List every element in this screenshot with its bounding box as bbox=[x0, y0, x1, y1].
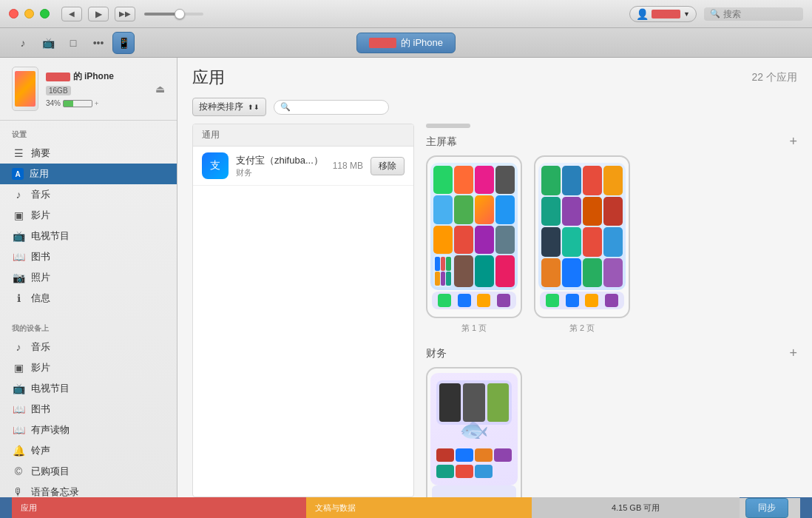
sidebar-item-summary[interactable]: ☰ 摘要 bbox=[0, 143, 177, 164]
sidebar-item-books[interactable]: 📖 图书 bbox=[0, 246, 177, 267]
statusbar-sync-area: 同步 bbox=[740, 498, 800, 518]
apps-icon: A bbox=[12, 168, 24, 180]
charging-icon: + bbox=[95, 100, 98, 107]
phone-app-icon bbox=[475, 255, 494, 287]
sort-select[interactable]: 按种类排序 ⬆⬇ bbox=[192, 98, 266, 116]
folder-section-finance: 财务 + 🐟 bbox=[426, 346, 797, 497]
phone-screen-page1: 第 1 页 bbox=[426, 155, 522, 334]
phone-app-icon bbox=[433, 166, 453, 194]
phone-app-icon bbox=[495, 226, 515, 254]
phone-frame-page2[interactable] bbox=[534, 155, 630, 318]
folder-inner: 🐟 bbox=[430, 373, 518, 485]
phone-frame-page1[interactable] bbox=[426, 155, 522, 318]
device-tab[interactable]: ●●●● 的 iPhone bbox=[356, 33, 456, 53]
dock-icon bbox=[497, 294, 510, 307]
add-folder-page-button[interactable]: + bbox=[789, 346, 797, 361]
device-voicememo-icon: 🎙 bbox=[12, 486, 25, 497]
statusbar-apps-label: 应用 bbox=[21, 502, 37, 514]
close-button[interactable] bbox=[9, 9, 18, 18]
sidebar-item-apps[interactable]: A 应用 bbox=[0, 164, 177, 184]
phone-app-icon bbox=[603, 166, 623, 195]
sidebar-item-device-voicememo[interactable]: 🎙 语音备忘录 bbox=[0, 482, 177, 497]
sidebar-item-device-movies[interactable]: ▣ 影片 bbox=[0, 357, 177, 378]
phone-app-icon bbox=[541, 227, 561, 257]
home-screen-title: 主屏幕 bbox=[426, 135, 457, 149]
tv-label: 电视节目 bbox=[31, 229, 70, 243]
info-icon: ℹ bbox=[12, 292, 25, 304]
traffic-lights bbox=[9, 9, 50, 18]
search-input[interactable] bbox=[723, 9, 797, 19]
phone-screen-folder: 🐟 bbox=[426, 367, 522, 497]
photos-label: 照片 bbox=[31, 271, 50, 284]
folder-finance-header: 财务 + bbox=[426, 346, 797, 361]
sidebar-item-device-tv[interactable]: 📺 电视节目 bbox=[0, 378, 177, 399]
battery-bar: 34% + bbox=[46, 99, 148, 107]
tab-music-icon[interactable]: ♪ bbox=[12, 32, 34, 54]
sidebar-item-device-ringtones[interactable]: 🔔 铃声 bbox=[0, 440, 177, 461]
phone-app-icon bbox=[562, 258, 581, 288]
phone-app-icon bbox=[583, 227, 602, 257]
maximize-button[interactable] bbox=[40, 9, 50, 18]
statusbar-free-label: 4.15 GB 可用 bbox=[612, 502, 660, 514]
add-page-button[interactable]: + bbox=[789, 134, 797, 149]
scroll-thumb[interactable] bbox=[426, 124, 470, 128]
sidebar-item-tv[interactable]: 📺 电视节目 bbox=[0, 226, 177, 246]
volume-slider[interactable] bbox=[144, 13, 203, 16]
eject-button[interactable]: ⏏ bbox=[155, 83, 165, 95]
battery-fill bbox=[64, 101, 73, 107]
apps-panels: 通用 支 支付宝（zhifuba...） 财务 118 MB 移除 bbox=[177, 124, 812, 497]
phone-app-icon bbox=[562, 197, 581, 226]
sidebar-settings-section: 设置 ☰ 摘要 A 应用 ♪ 音乐 ▣ 影片 📺 电视节目 📖 bbox=[0, 121, 177, 314]
phone-screen-inner-page2 bbox=[538, 163, 626, 290]
phone-app-icon bbox=[433, 226, 453, 254]
folder-app-icon bbox=[439, 383, 461, 422]
folder-grid bbox=[436, 380, 512, 425]
search-icon: 🔍 bbox=[710, 9, 720, 18]
sidebar-item-device-books[interactable]: 📖 图书 bbox=[0, 399, 177, 420]
remove-app-button[interactable]: 移除 bbox=[371, 157, 405, 175]
sidebar-item-device-purchased[interactable]: © 已购项目 bbox=[0, 461, 177, 482]
phone-app-icon bbox=[541, 258, 561, 288]
user-name: ●●●●● bbox=[652, 10, 680, 18]
user-chevron-icon: ▼ bbox=[683, 10, 690, 18]
phone-app-icon bbox=[583, 197, 602, 226]
sidebar-item-photos[interactable]: 📷 照片 bbox=[0, 267, 177, 288]
search-apps-input[interactable] bbox=[294, 102, 382, 112]
content-area: 应用 22 个应用 按种类排序 ⬆⬇ 🔍 通用 支 bbox=[177, 58, 812, 497]
phone-frame-folder[interactable]: 🐟 bbox=[426, 367, 522, 497]
phone-app-icon bbox=[475, 166, 494, 194]
sidebar-item-music[interactable]: ♪ 音乐 bbox=[0, 184, 177, 205]
folder-more-icon bbox=[436, 465, 454, 478]
device-tab-suffix: 的 iPhone bbox=[401, 36, 443, 50]
device-audiobooks-label: 有声读物 bbox=[31, 423, 70, 437]
phone-dock-page1 bbox=[432, 292, 516, 309]
app-list-panel: 通用 支 支付宝（zhifuba...） 财务 118 MB 移除 bbox=[192, 124, 414, 497]
sidebar-item-device-audiobooks[interactable]: 📖 有声读物 bbox=[0, 420, 177, 440]
volume-thumb[interactable] bbox=[175, 9, 185, 19]
sync-button[interactable]: 同步 bbox=[745, 498, 788, 518]
minimize-button[interactable] bbox=[24, 9, 34, 18]
sidebar-item-movies[interactable]: ▣ 影片 bbox=[0, 205, 177, 226]
play-button[interactable]: ▶ bbox=[88, 7, 109, 21]
music-icon: ♪ bbox=[12, 189, 25, 201]
user-account-button[interactable]: 👤 ●●●●● ▼ bbox=[629, 6, 697, 22]
device-tab-redacted: ●●●● bbox=[369, 38, 396, 48]
search-box[interactable]: 🔍 bbox=[704, 7, 803, 21]
content-header: 应用 22 个应用 bbox=[177, 58, 812, 98]
back-button[interactable]: ◀ bbox=[61, 7, 82, 21]
sidebar-item-device-music[interactable]: ♪ 音乐 bbox=[0, 337, 177, 357]
folder-bottom-icon bbox=[494, 448, 512, 462]
tab-screen-icon[interactable]: □ bbox=[62, 32, 84, 54]
tab-tv-icon[interactable]: 📺 bbox=[37, 32, 59, 54]
sidebar-item-info[interactable]: ℹ 信息 bbox=[0, 288, 177, 309]
tab-more-icon[interactable]: ••• bbox=[87, 32, 109, 54]
scroll-indicator bbox=[426, 124, 797, 128]
folder-dock bbox=[432, 485, 516, 497]
dock-icon bbox=[546, 294, 559, 307]
tab-device-icon[interactable]: 📱 bbox=[112, 32, 135, 54]
forward-button[interactable]: ▶▶ bbox=[115, 7, 135, 21]
list-item[interactable]: 支 支付宝（zhifuba...） 财务 118 MB 移除 bbox=[193, 147, 413, 186]
dock-icon bbox=[438, 294, 451, 307]
search-apps-box[interactable]: 🔍 bbox=[274, 100, 389, 115]
home-screen-header: 主屏幕 + bbox=[426, 134, 797, 149]
